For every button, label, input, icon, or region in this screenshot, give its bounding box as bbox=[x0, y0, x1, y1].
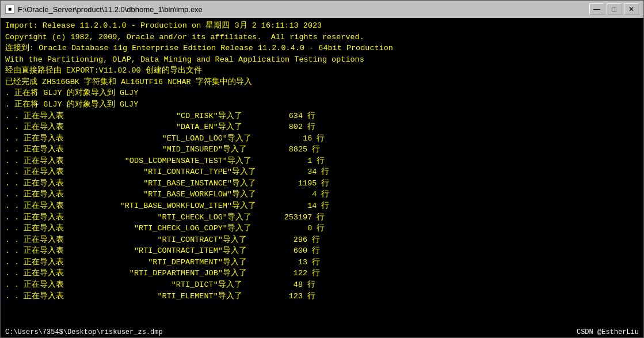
terminal-line: With the Partitioning, OLAP, Data Mining… bbox=[5, 54, 639, 66]
terminal-output: Import: Release 11.2.0.1.0 - Production … bbox=[1, 18, 643, 327]
watermark: CSDN @EstherLiu bbox=[577, 328, 639, 336]
terminal-line: 连接到: Oracle Database 11g Enterprise Edit… bbox=[5, 43, 639, 54]
bottom-bar: C:\Users\7354$\Desktop\riskuser_zs.dmp C… bbox=[1, 327, 643, 337]
terminal-line: . . 正在导入表 ″RTI_BASE_WORKFLOW_ITEM″导入了 14… bbox=[5, 200, 639, 212]
terminal-line: . . 正在导入表 ″RTI_CHECK_LOG_COPY″导入了 0 行 bbox=[5, 223, 639, 234]
terminal-line: . . 正在导入表 ″RTI_DEPARTMENT_JOB″导入了 122 行 bbox=[5, 268, 639, 279]
terminal-line: . . 正在导入表 ″RTI_DEPARTMENT″导入了 13 行 bbox=[5, 257, 639, 268]
terminal-line: Copyright (c) 1982, 2009, Oracle and/or … bbox=[5, 32, 639, 43]
terminal-line: . . 正在导入表 ″CD_RISK″导入了 634 行 bbox=[5, 111, 639, 122]
main-window: ■ F:\Oracle_Server\product\11.2.0\dbhome… bbox=[0, 0, 644, 338]
terminal-line: . 正在将 GLJY 的对象导入到 GLJY bbox=[5, 99, 639, 111]
minimize-button[interactable]: — bbox=[589, 3, 604, 15]
title-bar-buttons: — □ ✕ bbox=[589, 3, 639, 15]
terminal-line: . . 正在导入表 ″RTI_CHECK_LOG″导入了 253197 行 bbox=[5, 212, 639, 223]
terminal-line: . . 正在导入表 ″RTI_ELEMENT″导入了 123 行 bbox=[5, 291, 639, 302]
terminal-line: . . 正在导入表 ″RTI_CONTRACT″导入了 296 行 bbox=[5, 234, 639, 246]
title-bar-left: ■ F:\Oracle_Server\product\11.2.0\dbhome… bbox=[5, 5, 203, 14]
window-title: F:\Oracle_Server\product\11.2.0\dbhome_1… bbox=[18, 5, 203, 14]
terminal-line: . . 正在导入表 ″RTI_CONTRACT_ITEM″导入了 600 行 bbox=[5, 245, 639, 257]
window-icon: ■ bbox=[5, 5, 14, 14]
close-button[interactable]: ✕ bbox=[624, 3, 639, 15]
title-bar: ■ F:\Oracle_Server\product\11.2.0\dbhome… bbox=[1, 1, 643, 18]
terminal-line: . . 正在导入表 ″MID_INSURED″导入了 8825 行 bbox=[5, 144, 639, 155]
terminal-line: Import: Release 11.2.0.1.0 - Production … bbox=[5, 20, 639, 32]
terminal-line: . . 正在导入表 ″RTI_BASE_WORKFLOW″导入了 4 行 bbox=[5, 189, 639, 200]
terminal-line: 已经完成 ZHS16GBK 字符集和 AL16UTF16 NCHAR 字符集中的… bbox=[5, 77, 639, 88]
terminal-line: . . 正在导入表 ″DATA_EN″导入了 802 行 bbox=[5, 121, 639, 133]
terminal-line: . 正在将 GLJY 的对象导入到 GLJY bbox=[5, 88, 639, 99]
maximize-button[interactable]: □ bbox=[607, 3, 622, 15]
terminal-line: . . 正在导入表 ″ODS_LCOMPENSATE_TEST″导入了 1 行 bbox=[5, 155, 639, 167]
terminal-line: . . 正在导入表 ″RTI_CONTRACT_TYPE″导入了 34 行 bbox=[5, 166, 639, 178]
terminal-line: . . 正在导入表 ″ETL_LOAD_LOG″导入了 16 行 bbox=[5, 133, 639, 145]
terminal-line: 经由直接路径由 EXPORT:V11.02.00 创建的导出文件 bbox=[5, 65, 639, 77]
terminal-line: . . 正在导入表 ″RTI_DICT″导入了 48 行 bbox=[5, 279, 639, 291]
file-path: C:\Users\7354$\Desktop\riskuser_zs.dmp bbox=[5, 328, 163, 336]
terminal-line: . . 正在导入表 ″RTI_BASE_INSTANCE″导入了 1195 行 bbox=[5, 178, 639, 189]
